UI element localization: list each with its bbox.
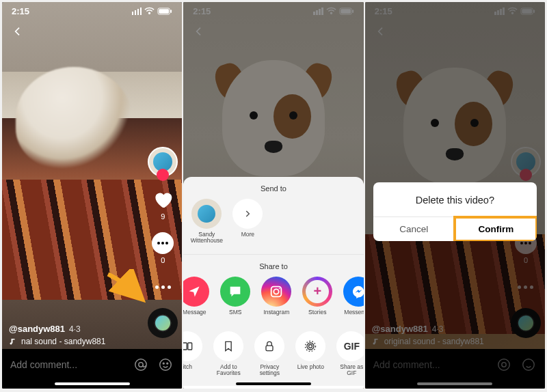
screen-share-sheet: 2:15 Send to Sandy Wittenhouse More S (183, 2, 363, 389)
status-bar: 2:15 (2, 2, 182, 20)
delete-confirm-dialog: Delete this video? Cancel Confirm (373, 182, 537, 241)
like-count: 9 (161, 212, 165, 221)
share-instagram[interactable]: Instagram (260, 277, 293, 322)
comment-button[interactable]: 0 (151, 232, 174, 264)
back-button[interactable] (8, 21, 28, 42)
share-messenger[interactable]: Messenger (342, 277, 363, 322)
profile-avatar-follow[interactable] (148, 147, 178, 177)
svg-rect-16 (266, 346, 273, 351)
svg-point-12 (274, 289, 279, 294)
screen-video-options: 2:15 9 0 @sandyw8814·3 nal sound - sandy… (2, 2, 182, 389)
status-time: 2:15 (12, 6, 29, 16)
svg-point-18 (307, 343, 314, 350)
battery-icon (157, 8, 172, 15)
dialog-cancel-button[interactable]: Cancel (373, 217, 455, 241)
home-indicator (236, 382, 311, 385)
svg-rect-1 (159, 9, 170, 13)
action-rail: 9 0 (148, 147, 178, 298)
comment-count: 0 (161, 256, 165, 264)
annotation-arrow (105, 269, 149, 309)
action-livephoto[interactable]: Live photo (294, 331, 327, 376)
share-message[interactable]: Message (183, 277, 211, 322)
send-more[interactable]: More (231, 199, 264, 244)
more-options-button[interactable] (151, 275, 174, 298)
svg-point-13 (279, 288, 280, 289)
post-date: 4·3 (69, 324, 81, 334)
screen-delete-confirm: 2:15 9 0 @sandyw8814·3 original sound - … (365, 2, 545, 389)
send-contact[interactable]: Sandy Wittenhouse (190, 199, 223, 244)
comment-input[interactable]: Add comment... (10, 359, 124, 370)
wifi-icon (144, 7, 155, 15)
svg-point-7 (167, 363, 168, 364)
svg-rect-2 (171, 10, 172, 13)
username-link[interactable]: @sandyw881 (9, 324, 65, 334)
svg-point-5 (160, 359, 172, 371)
dialog-confirm-button[interactable]: Confirm (455, 217, 537, 241)
share-sheet: Send to Sandy Wittenhouse More Share to … (183, 177, 363, 389)
action-stitch[interactable]: itch (183, 331, 204, 376)
action-gif[interactable]: GIFShare as GIF (335, 331, 363, 377)
like-button[interactable]: 9 (151, 188, 174, 221)
emoji-button[interactable] (157, 356, 174, 373)
send-to-header: Send to (183, 182, 363, 195)
action-favorites[interactable]: Add to Favorites (212, 331, 245, 377)
svg-point-3 (135, 359, 147, 371)
share-to-header: Share to (183, 260, 363, 272)
video-meta: @sandyw8814·3 nal sound - sandyw881 (9, 324, 141, 346)
signal-icon (132, 8, 142, 15)
mention-button[interactable] (133, 356, 149, 373)
action-privacy[interactable]: Privacy settings (253, 331, 286, 377)
sheet-cancel-button[interactable]: Cancel (183, 386, 363, 389)
svg-point-6 (163, 363, 165, 364)
dialog-title: Delete this video? (373, 182, 537, 216)
svg-rect-15 (188, 343, 192, 350)
sound-link[interactable]: nal sound - sandyw881 (9, 337, 141, 346)
svg-point-17 (309, 344, 312, 348)
share-stories[interactable]: +Stories (301, 277, 334, 322)
home-indicator (55, 382, 130, 385)
svg-point-4 (139, 363, 143, 367)
svg-rect-14 (183, 343, 187, 350)
sound-disc[interactable] (148, 308, 178, 338)
share-sms[interactable]: SMS (219, 277, 252, 322)
